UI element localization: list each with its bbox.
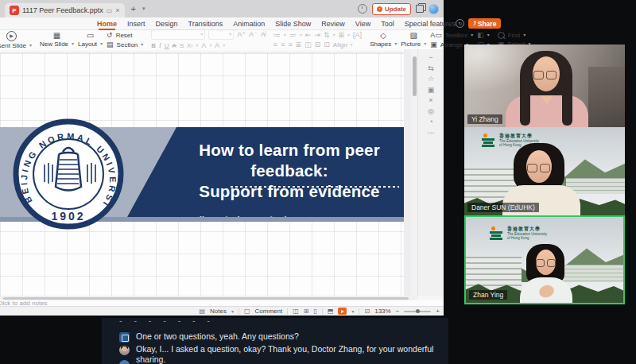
section-button[interactable]: ▤Section▾ xyxy=(107,41,143,48)
vertical-scrollbar-thumb[interactable] xyxy=(413,56,417,96)
reading-view-icon[interactable]: ▯ xyxy=(314,308,317,315)
find-button[interactable]: Find▾ xyxy=(498,32,531,39)
slide-sorter-icon[interactable]: ⊞ xyxy=(304,308,309,315)
menu-insert[interactable]: Insert xyxy=(127,20,145,28)
text-direction-icon[interactable]: ⊞ xyxy=(339,31,345,39)
tab-status-icon: ▭ xyxy=(107,7,113,14)
zoom-out-button[interactable]: − xyxy=(396,308,400,315)
increase-font-icon[interactable]: A⁺ xyxy=(237,30,246,38)
shadow-button[interactable]: S xyxy=(180,42,184,49)
increase-indent-icon[interactable]: ⇥ xyxy=(314,31,320,39)
display-icon[interactable]: ⬒ xyxy=(328,308,334,315)
account-avatar[interactable] xyxy=(429,4,439,14)
italic-button[interactable]: I xyxy=(159,42,161,49)
tab-list-caret[interactable]: ▾ xyxy=(142,6,145,12)
transcript-overlay: ‐ ‐ ‐ ‐ ‐ ‐ ‐ One or two questions, yeah… xyxy=(102,318,448,364)
decrease-font-icon[interactable]: A⁻ xyxy=(249,30,258,38)
layout-button[interactable]: ▭ Layout▾ xyxy=(78,32,103,48)
notes-toggle[interactable]: Notes xyxy=(210,308,227,315)
video-tile-daner-sun[interactable]: 香港教育大學 The Education University of Hong … xyxy=(464,127,625,215)
switch-icon[interactable]: ⇆ xyxy=(428,65,434,72)
new-tab-button[interactable]: + xyxy=(131,4,136,14)
columns-icon[interactable]: ◫ xyxy=(304,41,312,48)
copy-icon[interactable]: ▣ xyxy=(428,87,435,94)
font-family-select[interactable]: ▾ xyxy=(151,29,205,40)
titlebar: P 1117 Peer Feedback.pptx ▭ × + ▾ ↑ Upda… xyxy=(0,0,444,17)
align-right-icon[interactable]: ≡ xyxy=(288,41,292,48)
tab-close-button[interactable]: × xyxy=(115,6,119,14)
line-spacing-icon[interactable]: ⇅ xyxy=(324,31,330,39)
strikethrough-button[interactable]: A xyxy=(173,42,176,49)
menu-transitions[interactable]: Transitions xyxy=(188,20,223,28)
vertical-scrollbar[interactable] xyxy=(411,49,417,296)
decrease-indent-icon[interactable]: ⇤ xyxy=(305,31,312,39)
video-tile-zhan-ying[interactable]: 香港教育大學 The Education University of Hong … xyxy=(464,215,625,304)
collapse-icon[interactable]: − xyxy=(429,54,432,61)
justify-icon[interactable]: ≣ xyxy=(296,41,302,48)
underline-button[interactable]: U xyxy=(165,42,169,49)
slide[interactable]: How to learn from peer feedback: Support… xyxy=(0,53,404,296)
video-tile-yi-zhang[interactable]: Yi Zhang xyxy=(464,45,625,127)
menu-home[interactable]: Home xyxy=(97,20,117,28)
new-slide-button[interactable]: ▦ New Slide▾ xyxy=(40,32,74,48)
fit-slide-icon[interactable]: ⊡ xyxy=(364,308,370,315)
menu-view[interactable]: View xyxy=(355,20,370,28)
update-button[interactable]: ↑ Update xyxy=(372,3,411,15)
zoom-slider[interactable] xyxy=(404,311,431,312)
align-objects-button[interactable]: Align xyxy=(333,41,347,48)
slide-credits[interactable]: College of Education for the Future Zhan… xyxy=(176,191,332,286)
bnu-seal-logo[interactable]: BEIJING NORMAL UNIVERSITY 1902 xyxy=(13,118,124,230)
menu-slideshow[interactable]: Slide Show xyxy=(275,20,311,28)
horizontal-scrollbar-thumb[interactable] xyxy=(3,297,409,300)
bullets-icon[interactable]: ≔ xyxy=(273,31,281,39)
menu-special-features[interactable]: Special features xyxy=(405,20,456,28)
normal-view-icon[interactable]: ◫ xyxy=(293,308,299,315)
distribute-icon[interactable]: ⊟ xyxy=(315,41,321,48)
zoom-in-button[interactable]: + xyxy=(436,308,440,315)
picture-button[interactable]: ▨ Picture▾ xyxy=(401,32,426,48)
font-group: ▾ ▾ A⁺ A⁻ A̸ B I U A S X² ▾ A▾ xyxy=(147,31,270,48)
align-left-icon[interactable]: ≡ xyxy=(273,41,277,48)
comment-button[interactable]: Comment xyxy=(255,308,283,315)
fit-text-icon[interactable]: ⊡ xyxy=(324,41,330,48)
present-slide-button[interactable]: ▶ Present Slide▾ xyxy=(0,31,32,49)
more-icon[interactable]: ⋯ xyxy=(428,130,435,137)
sync-icon[interactable]: ↻ xyxy=(456,19,464,28)
transcript-clipped-line: ‐ ‐ ‐ ‐ ‐ ‐ ‐ xyxy=(119,319,445,326)
document-tab[interactable]: P 1117 Peer Feedback.pptx ▭ × xyxy=(5,3,125,17)
speaker-avatar-photo xyxy=(119,345,130,355)
font-size-select[interactable]: ▾ xyxy=(208,29,234,40)
menu-tool[interactable]: Tool xyxy=(381,20,394,28)
window-restore-icon[interactable] xyxy=(416,5,424,13)
emoji-tool-icon[interactable]: ◎ xyxy=(428,108,434,115)
favorites-icon[interactable]: ☆ xyxy=(428,76,434,83)
history-clock-icon[interactable]: ◔ xyxy=(429,118,432,126)
zoom-slider-knob[interactable] xyxy=(416,309,420,313)
numbering-icon[interactable]: ≕ xyxy=(289,31,297,39)
slide-canvas[interactable]: How to learn from peer feedback: Support… xyxy=(0,49,417,296)
menu-review[interactable]: Review xyxy=(321,20,345,28)
align-center-icon[interactable]: ≡ xyxy=(281,41,285,48)
update-badge-icon: ↑ xyxy=(377,6,382,12)
shapes-button[interactable]: ◇ Shapes▾ xyxy=(370,32,397,48)
slideshow-play-button[interactable] xyxy=(338,308,347,315)
history-icon[interactable] xyxy=(358,4,367,14)
close-tool-icon[interactable]: × xyxy=(429,97,432,104)
reset-icon: ↺ xyxy=(107,31,113,39)
notes-toggle-icon: ▤ xyxy=(200,308,206,315)
notes-pane[interactable]: Click to add notes xyxy=(0,300,444,306)
text-tools-icon[interactable]: [A] xyxy=(353,31,362,39)
fill-color-icon[interactable]: ◧ xyxy=(477,31,484,39)
superscript-button[interactable]: X² xyxy=(187,42,192,49)
textbox-button[interactable]: A▭TextBox▾ xyxy=(430,31,473,39)
reset-button[interactable]: ↺Reset xyxy=(107,31,143,39)
zoom-value[interactable]: 133% xyxy=(374,308,390,315)
speaker-avatar-icon xyxy=(119,360,130,364)
clear-format-icon[interactable]: A̸ xyxy=(261,30,266,38)
bold-button[interactable]: B xyxy=(151,42,156,49)
slide-title-line1: How to learn from peer feedback: xyxy=(176,140,402,181)
menu-animation[interactable]: Animation xyxy=(233,20,265,28)
textbox-icon: A▭ xyxy=(430,31,442,39)
menu-design[interactable]: Design xyxy=(156,20,178,28)
share-button[interactable]: ⤴ Share xyxy=(468,18,501,29)
